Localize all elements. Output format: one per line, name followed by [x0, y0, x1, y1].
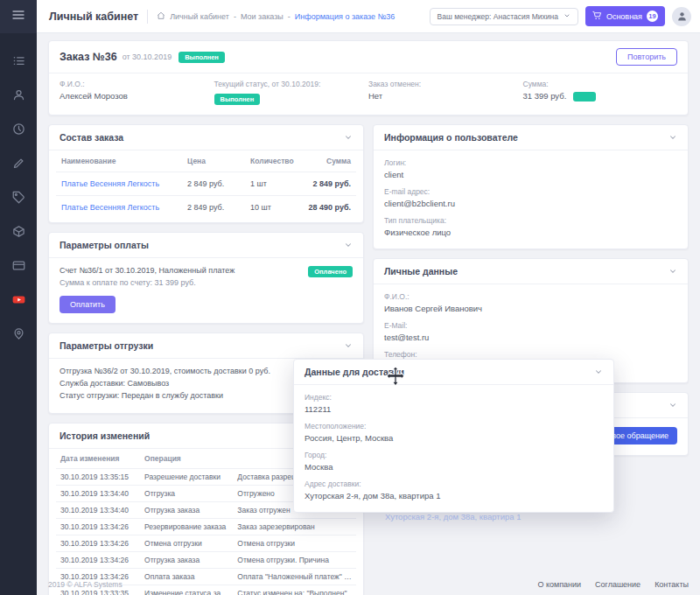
main-catalog-button[interactable]: Основная 19 — [585, 6, 665, 26]
card-icon — [12, 259, 25, 272]
footer-link-contacts[interactable]: Контакты — [654, 580, 689, 589]
field-value: Иванов Сергей Иванович — [384, 304, 677, 313]
collapse-chevron-icon[interactable] — [668, 401, 677, 410]
field-address: Адрес доставки: Хуторская 2-я, дом 38а, … — [304, 480, 603, 500]
col-header: Дата изменения — [56, 449, 140, 469]
sidebar-item-orders[interactable] — [7, 220, 30, 242]
col-header: Количество — [245, 150, 302, 172]
sidebar-item-youtube[interactable] — [7, 288, 30, 311]
sidebar-item-edit[interactable] — [7, 151, 30, 174]
sidebar-item-catalog[interactable] — [7, 49, 30, 72]
date-cell: 30.10.2019 13:35:15 — [56, 469, 140, 486]
top-header: Личный кабинет Личный кабинет - Мои зака… — [37, 0, 700, 33]
field-payer-type: Тип плательщика: Физическое лицо — [384, 216, 677, 237]
product-link[interactable]: Платье Весенняя Легкость — [61, 179, 159, 188]
summary-label: Заказ отменен: — [368, 80, 523, 88]
sidebar-nav — [0, 33, 37, 345]
card-title: Личные данные — [384, 266, 458, 276]
order-items-table: Наименование Цена Количество Сумма Плать… — [56, 150, 356, 219]
op-cell: Разрешение доставки — [140, 469, 233, 486]
collapse-chevron-icon[interactable] — [344, 133, 353, 142]
card-title: Параметры оплаты — [60, 240, 149, 250]
field-label: Индекс: — [304, 393, 603, 402]
tag-icon — [12, 191, 25, 204]
footer-link-agreement[interactable]: Соглашение — [595, 580, 640, 589]
op-cell: Отмена отгрузки — [140, 536, 233, 552]
summary-label: Сумма: — [523, 80, 678, 88]
breadcrumb: Личный кабинет - Мои заказы - Информация… — [157, 11, 395, 22]
order-items-card: Состав заказа Наименование Цена — [48, 124, 364, 223]
collapse-chevron-icon[interactable] — [668, 267, 677, 276]
field-login: Логин: client — [384, 158, 677, 179]
support-icon — [12, 88, 25, 102]
breadcrumb-item[interactable]: Мои заказы — [241, 12, 284, 21]
field-value: Физическое лицо — [384, 228, 677, 237]
status-badge: Выполнен — [214, 94, 261, 105]
payment-status-badge: Оплачено — [308, 266, 353, 277]
op-cell: Отгрузка заказа — [140, 502, 233, 519]
invoice-sum-line: Сумма к оплате по счету: 31 399 руб. — [60, 278, 234, 287]
collapse-chevron-icon[interactable] — [668, 133, 677, 142]
cart-icon — [592, 10, 602, 22]
sidebar-item-payments[interactable] — [7, 254, 30, 276]
email-link[interactable]: client@b2bclient.ru — [384, 199, 677, 208]
qty-cell: 1 шт — [245, 172, 302, 196]
history-icon — [12, 122, 25, 136]
chevron-down-icon — [564, 12, 570, 21]
field-label: Адрес доставки: — [304, 480, 603, 488]
field-label: Местоположение: — [304, 422, 603, 430]
field-fio: Ф.И.О.: Иванов Сергей Иванович — [384, 292, 677, 313]
field-value[interactable]: Москва — [304, 462, 603, 472]
footer: 2019 © ALFA Systems О компании Соглашени… — [48, 580, 689, 589]
main-catalog-label: Основная — [606, 12, 642, 21]
field-label: E-mail адрес: — [384, 187, 677, 196]
sidebar-item-history[interactable] — [7, 117, 30, 140]
cart-count-badge: 19 — [647, 10, 658, 22]
menu-toggle[interactable] — [0, 0, 37, 33]
sidebar — [0, 0, 37, 595]
field-value[interactable]: Россия, Центр, Москва — [304, 433, 603, 443]
field-label: E-Mail: — [384, 321, 677, 330]
summary-cancelled: Заказ отменен: Нет — [368, 80, 523, 107]
collapse-chevron-icon[interactable] — [344, 241, 353, 249]
summary-label: Текущий статус, от 30.10.2019: — [214, 80, 369, 88]
menu-icon — [11, 8, 25, 25]
user-avatar[interactable] — [672, 7, 691, 26]
field-value[interactable]: 112211 — [304, 404, 603, 414]
home-icon[interactable] — [157, 11, 165, 22]
collapse-chevron-icon[interactable] — [594, 368, 603, 376]
field-email: E-Mail: test@test.ru — [384, 321, 677, 342]
op-cell: Отгрузка — [140, 486, 233, 502]
collapse-chevron-icon[interactable] — [344, 341, 353, 350]
field-label: Тип плательщика: — [384, 216, 677, 225]
sidebar-item-tags[interactable] — [7, 186, 30, 208]
product-link[interactable]: Платье Весенняя Легкость — [61, 203, 159, 212]
field-city: Город: Москва — [304, 451, 603, 472]
sidebar-item-support[interactable] — [7, 83, 30, 106]
ghost-line: Хуторская 2-я, дом 38а, квартира 1 — [385, 512, 612, 522]
order-header-card: Заказ №36 от 30.10.2019 Выполнен Повтори… — [48, 40, 689, 116]
desc-cell: Отмена отгрузки. Причина — [233, 552, 356, 569]
pay-button[interactable]: Оплатить — [60, 296, 116, 313]
summary-value: Нет — [368, 91, 523, 101]
sidebar-item-locations[interactable] — [7, 322, 30, 345]
order-status-badge: Выполнен — [178, 52, 225, 63]
breadcrumb-item[interactable]: Личный кабинет — [170, 12, 229, 21]
manager-select[interactable]: Ваш менеджер: Анастасия Михина — [430, 8, 578, 25]
footer-link-company[interactable]: О компании — [537, 580, 581, 589]
email-link[interactable]: test@test.ru — [384, 332, 677, 342]
table-row: 30.10.2019 13:34:26Отмена отгрузкиОтмена… — [56, 536, 356, 552]
pencil-icon — [12, 157, 25, 170]
delivery-data-card[interactable]: Данные для доставки Индекс: 112211 Место… — [293, 359, 614, 513]
summary-value: Алексей Морозов — [60, 91, 214, 101]
sum-cell: 28 490 руб. — [302, 196, 356, 220]
table-row: 30.10.2019 13:34:26Резервирование заказа… — [56, 519, 356, 536]
footer-links: О компании Соглашение Контакты — [537, 580, 689, 589]
repeat-order-button[interactable]: Повторить — [616, 48, 677, 66]
header-divider — [147, 10, 148, 24]
field-value: client — [384, 170, 677, 179]
date-cell: 30.10.2019 13:34:26 — [56, 552, 140, 569]
sum-cell: 2 849 руб. — [302, 172, 356, 196]
field-value[interactable]: Хуторская 2-я, дом 38а, квартира 1 — [304, 491, 603, 500]
breadcrumb-sep: - — [288, 12, 290, 21]
